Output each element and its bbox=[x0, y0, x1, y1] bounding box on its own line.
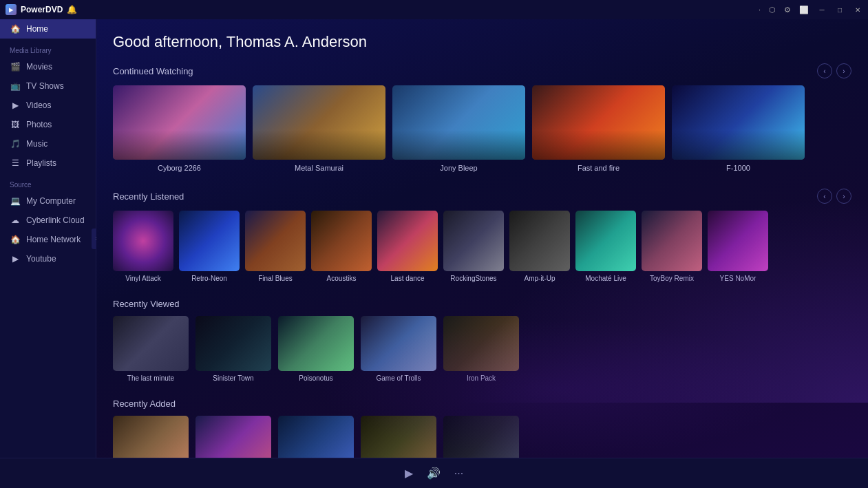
rl-item-0[interactable]: Vinyl Attack bbox=[113, 211, 173, 282]
cw-item-2[interactable]: Jony Bleep bbox=[392, 85, 525, 172]
rl-next-button[interactable]: › bbox=[836, 189, 851, 204]
maximize-button[interactable]: □ bbox=[835, 5, 845, 14]
sidebar-item-cyberlinkcloud[interactable]: ☁ Cyberlink Cloud bbox=[0, 211, 96, 230]
continued-watching-nav: ‹ › bbox=[817, 63, 851, 78]
recently-viewed-row: The last minute Sinister Town Poisonotus… bbox=[113, 316, 851, 382]
sidebar-photos-label: Photos bbox=[26, 120, 52, 129]
rl-thumb-2 bbox=[245, 211, 306, 271]
sidebar-tvshows-label: TV Shows bbox=[26, 81, 64, 91]
cw-thumb-overlay-1 bbox=[253, 130, 385, 160]
sidebar-item-tvshows[interactable]: 📺 TV Shows bbox=[0, 76, 96, 96]
sidebar-item-home[interactable]: 🏠 Home bbox=[0, 19, 96, 39]
continued-watching-header: Continued Watching ‹ › bbox=[113, 63, 851, 78]
ra-thumb-0 bbox=[113, 416, 189, 458]
ra-thumb-3 bbox=[361, 416, 436, 458]
more-button[interactable]: ··· bbox=[454, 467, 463, 480]
cw-label-3: Fast and fire bbox=[578, 164, 620, 172]
cw-item-4[interactable]: F-1000 bbox=[672, 85, 805, 172]
dot-icon[interactable]: · bbox=[759, 6, 761, 14]
app-logo: ▶ bbox=[6, 4, 17, 15]
movies-icon: 🎬 bbox=[10, 62, 21, 72]
ra-item-1[interactable] bbox=[195, 416, 271, 458]
cw-label-1: Metal Samurai bbox=[295, 164, 343, 172]
sidebar-item-mycomputer[interactable]: 💻 My Computer bbox=[0, 191, 96, 211]
sidebar-item-photos[interactable]: 🖼 Photos bbox=[0, 115, 96, 134]
rl-item-1[interactable]: Retro-Neon bbox=[179, 211, 240, 282]
rl-item-6[interactable]: Amp-it-Up bbox=[509, 211, 570, 282]
rl-label-5: RockingStones bbox=[450, 275, 496, 282]
sidebar-item-movies[interactable]: 🎬 Movies bbox=[0, 57, 96, 76]
rv-thumb-4 bbox=[443, 316, 519, 371]
settings-icon[interactable]: ⚙ bbox=[784, 6, 791, 14]
cw-prev-button[interactable]: ‹ bbox=[817, 63, 832, 78]
rv-item-2[interactable]: Poisonotus bbox=[278, 316, 354, 382]
cw-next-button[interactable]: › bbox=[836, 63, 851, 78]
rv-thumb-2 bbox=[278, 316, 354, 371]
source-label: Source bbox=[0, 173, 96, 191]
sidebar-item-videos[interactable]: ▶ Videos bbox=[0, 96, 96, 115]
rv-item-0[interactable]: The last minute bbox=[113, 316, 189, 382]
ra-item-0[interactable] bbox=[113, 416, 189, 458]
recently-listened-section: Recently Listened ‹ › Vinyl Attack Retro… bbox=[113, 189, 851, 282]
cw-item-1[interactable]: Metal Samurai bbox=[253, 85, 385, 172]
volume-button[interactable]: 🔊 bbox=[427, 467, 441, 480]
rl-item-5[interactable]: RockingStones bbox=[443, 211, 504, 282]
rl-item-7[interactable]: Mochaté Live bbox=[575, 211, 636, 282]
ra-item-3[interactable] bbox=[361, 416, 436, 458]
tvshows-icon: 📺 bbox=[10, 81, 21, 91]
app-name: PowerDVD bbox=[21, 5, 63, 14]
sidebar-item-homenetwork[interactable]: 🏠 Home Network bbox=[0, 230, 96, 249]
minimize-button[interactable]: ─ bbox=[817, 5, 827, 14]
rv-label-1: Sinister Town bbox=[213, 374, 253, 382]
ra-thumb-4 bbox=[443, 416, 519, 458]
rl-item-2[interactable]: Final Blues bbox=[245, 211, 306, 282]
bell-icon: 🔔 bbox=[67, 5, 77, 14]
share-icon[interactable]: ⬡ bbox=[769, 6, 776, 14]
sidebar-music-label: Music bbox=[26, 139, 47, 149]
rl-item-3[interactable]: Acoustiks bbox=[311, 211, 372, 282]
ra-item-2[interactable] bbox=[278, 416, 354, 458]
rv-thumb-3 bbox=[361, 316, 436, 371]
cw-item-3[interactable]: Fast and fire bbox=[532, 85, 665, 172]
title-bar: ▶ PowerDVD 🔔 · ⬡ ⚙ ⬜ ─ □ ✕ bbox=[0, 0, 868, 19]
sidebar-playlists-label: Playlists bbox=[26, 158, 56, 168]
sidebar-item-youtube[interactable]: ▶ Youtube bbox=[0, 249, 96, 268]
rv-item-1[interactable]: Sinister Town bbox=[195, 316, 271, 382]
rl-thumb-6 bbox=[509, 211, 570, 271]
close-button[interactable]: ✕ bbox=[853, 5, 862, 14]
cloud-icon: ☁ bbox=[10, 215, 21, 225]
rv-thumb-1 bbox=[195, 316, 271, 371]
app-body: 🏠 Home Media Library 🎬 Movies 📺 TV Shows… bbox=[0, 19, 868, 458]
recently-listened-nav: ‹ › bbox=[817, 189, 851, 204]
rv-thumb-0 bbox=[113, 316, 189, 371]
play-button[interactable]: ▶ bbox=[405, 467, 413, 480]
continued-watching-row: Cyborg 2266 Metal Samurai Jony Bleep bbox=[113, 85, 851, 172]
cw-thumb-2 bbox=[392, 85, 525, 160]
rl-item-9[interactable]: YES NoMor bbox=[708, 211, 768, 282]
recently-listened-header: Recently Listened ‹ › bbox=[113, 189, 851, 204]
sidebar-home-label: Home bbox=[26, 24, 48, 34]
rl-thumb-8 bbox=[642, 211, 702, 271]
sidebar-network-label: Home Network bbox=[26, 235, 81, 244]
sidebar-mycomputer-label: My Computer bbox=[26, 196, 76, 206]
cw-label-4: F-1000 bbox=[726, 164, 750, 172]
ra-item-4[interactable] bbox=[443, 416, 519, 458]
rl-thumb-5 bbox=[443, 211, 504, 271]
rv-label-2: Poisonotus bbox=[299, 374, 332, 382]
main-content: Good afternoon, Thomas A. Anderson Conti… bbox=[96, 19, 868, 458]
recently-added-header: Recently Added bbox=[113, 399, 851, 409]
rl-thumb-7 bbox=[575, 211, 636, 271]
sidebar-item-music[interactable]: 🎵 Music bbox=[0, 134, 96, 153]
window-icon[interactable]: ⬜ bbox=[799, 6, 809, 14]
ra-thumb-2 bbox=[278, 416, 354, 458]
sidebar-item-playlists[interactable]: ☰ Playlists bbox=[0, 153, 96, 173]
rl-label-7: Mochaté Live bbox=[585, 275, 626, 282]
rv-item-4[interactable]: Iron Pack bbox=[443, 316, 519, 382]
sidebar-cloud-label: Cyberlink Cloud bbox=[26, 215, 85, 225]
rl-item-8[interactable]: ToyBoy Remix bbox=[642, 211, 702, 282]
rv-item-3[interactable]: Game of Trolls bbox=[361, 316, 436, 382]
rl-prev-button[interactable]: ‹ bbox=[817, 189, 832, 204]
cw-item-0[interactable]: Cyborg 2266 bbox=[113, 85, 246, 172]
rl-item-4[interactable]: Last dance bbox=[377, 211, 438, 282]
rl-label-3: Acoustiks bbox=[327, 275, 357, 282]
